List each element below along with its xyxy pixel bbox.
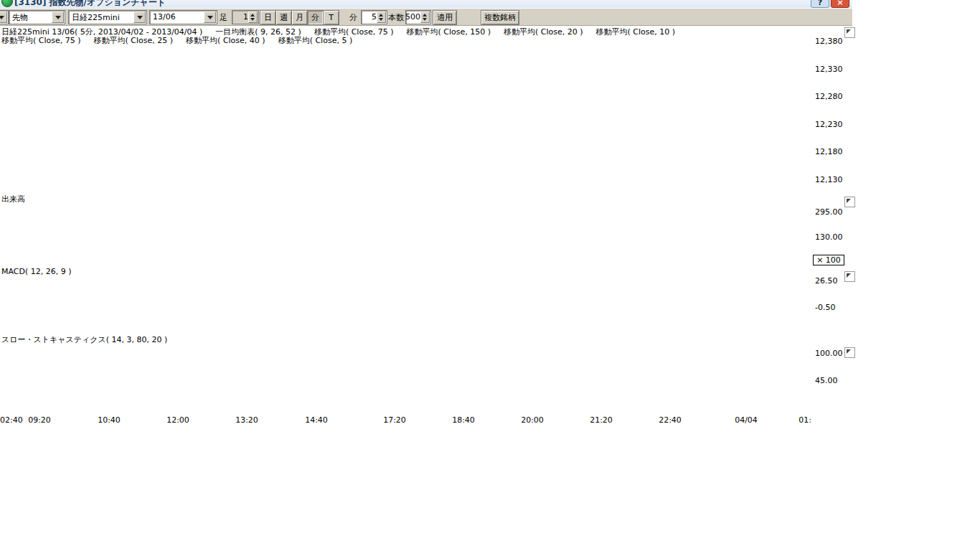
spinner-icon[interactable] (420, 11, 430, 23)
pane-scroll-button[interactable] (844, 27, 855, 38)
y-axis-label: 100.00 (815, 349, 843, 358)
title-bar: [3130] 指数先物/オプションチャート ? × (0, 0, 852, 8)
x-axis-label: 17:20 (383, 415, 406, 425)
legend-item-2: 移動平均( Close, 40 ) (186, 36, 265, 45)
bar-count-label: 本数 (388, 12, 404, 23)
period-month-button[interactable]: 月 (291, 10, 308, 25)
x-axis-label: 13:20 (235, 415, 258, 425)
y-axis-label: 12,330 (815, 65, 843, 74)
y-axis-label: 12,380 (815, 37, 843, 46)
y-axis-label: 12,130 (815, 175, 843, 184)
y-axis-label: 12,180 (815, 147, 843, 156)
apply-button[interactable]: 適用 (433, 10, 457, 25)
legend-item-3: 移動平均( Close, 150 ) (406, 27, 491, 37)
period-tick-button[interactable]: T (323, 10, 339, 25)
x-axis-label: 14:40 (305, 415, 328, 425)
x-axis-label: 21:20 (590, 415, 613, 425)
x-axis-label: 10:40 (98, 415, 121, 425)
stoch-pane-label: スロー・ストキャスティクス( 14, 3, 80, 20 ) (1, 334, 167, 345)
pane-scroll-button[interactable] (844, 347, 855, 358)
minute-value-field[interactable]: 5 (361, 10, 387, 24)
legend-item-5: 移動平均( Close, 10 ) (596, 27, 676, 37)
y-axis-label: 295.00 (815, 207, 843, 217)
multi-symbol-button[interactable]: 複数銘柄 (481, 10, 519, 25)
x-axis-label: 22:40 (659, 415, 682, 425)
period-week-button[interactable]: 週 (275, 10, 292, 25)
chart-window: [3130] 指数先物/オプションチャート ? × 先物 日経225mini 1… (0, 0, 852, 551)
y-axis-label: 130.00 (815, 232, 843, 242)
bar-count-field[interactable]: 500 (405, 10, 431, 24)
chevron-down-icon (133, 11, 146, 23)
x-axis-label: 18:40 (452, 415, 475, 425)
y-axis-label: 12,230 (815, 120, 843, 129)
legend-item-4: 移動平均( Close, 20 ) (504, 27, 583, 37)
legend-row-2: 移動平均( Close, 75 )移動平均( Close, 25 )移動平均( … (1, 35, 365, 46)
pane-scroll-button[interactable] (844, 197, 855, 207)
close-button[interactable]: × (831, 0, 849, 8)
x-axis-label: 04/04 (735, 415, 758, 425)
toolbar: 先物 日経225mini 13/06 足 1 日 週 月 分 T 分 5 本数 … (0, 8, 852, 26)
window-title: [3130] 指数先物/オプションチャート (14, 0, 166, 8)
chevron-down-icon (204, 11, 216, 23)
x-axis-label: 01: (798, 415, 811, 425)
bar-type-label: 足 (220, 12, 227, 23)
x-axis-label: 20:00 (521, 415, 544, 425)
bar-interval-field[interactable]: 1 (232, 10, 259, 24)
period-minute-button[interactable]: 分 (307, 10, 324, 25)
macd-pane-label: MACD( 12, 26, 9 ) (1, 267, 72, 276)
period-day-button[interactable]: 日 (260, 10, 276, 25)
chevron-down-icon (52, 11, 64, 23)
chevron-down-icon (0, 11, 7, 23)
app-icon (1, 0, 13, 7)
spinner-icon[interactable] (248, 11, 258, 23)
x-axis-label: 12:00 (166, 415, 189, 425)
x-axis-label: 02:40 (0, 415, 23, 425)
y-axis-label: 45.00 (815, 376, 838, 385)
clipped-dropdown[interactable] (0, 10, 9, 24)
category-select[interactable]: 先物 (9, 10, 65, 24)
volume-multiplier-badge: × 100 (813, 255, 844, 265)
pane-scroll-button[interactable] (844, 271, 855, 282)
y-axis-label: 12,280 (815, 92, 843, 101)
minute-label: 分 (349, 12, 357, 23)
y-axis-label: 26.50 (815, 276, 838, 286)
y-axis-label: -0.50 (815, 303, 835, 312)
contract-month-select[interactable]: 13/06 (149, 10, 217, 24)
symbol-select[interactable]: 日経225mini (68, 10, 147, 24)
spinner-icon[interactable] (377, 11, 386, 23)
legend-item-3: 移動平均( Close, 5 ) (278, 36, 353, 45)
volume-pane-label: 出来高 (1, 194, 25, 204)
legend-item-1: 移動平均( Close, 25 ) (94, 36, 174, 45)
legend-item-0: 移動平均( Close, 75 ) (1, 36, 81, 45)
help-button[interactable]: ? (811, 0, 829, 8)
x-axis-label: 09:20 (28, 415, 51, 425)
